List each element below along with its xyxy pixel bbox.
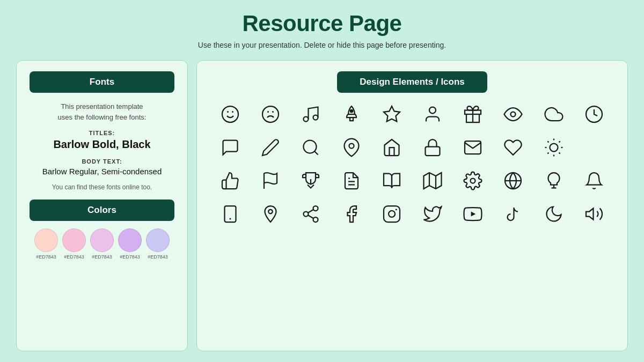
svg-point-44	[304, 212, 309, 217]
page-subtitle: Use these in your presentation. Delete o…	[198, 41, 446, 49]
chat-icon	[216, 134, 244, 161]
svg-point-45	[313, 217, 318, 222]
eye-icon	[499, 100, 527, 128]
map-icon	[419, 167, 447, 195]
smile-icon	[216, 100, 244, 128]
swatch-label-2: #ED7843	[64, 254, 84, 260]
colors-header: Colors	[30, 200, 174, 221]
music-icon	[297, 100, 325, 128]
swatch-3: #ED7843	[90, 228, 114, 260]
tiktok-icon	[499, 200, 527, 228]
sun-icon	[540, 134, 568, 161]
svg-point-10	[429, 107, 436, 114]
gift-icon	[459, 100, 487, 128]
megaphone-icon	[580, 200, 608, 228]
placeholder-icon-r2	[580, 134, 608, 161]
svg-line-47	[308, 210, 313, 213]
svg-point-19	[550, 144, 558, 152]
swatch-circle-1	[34, 228, 58, 252]
page-title: Resource Page	[243, 11, 402, 36]
title-font-label: TITLES:	[30, 130, 174, 136]
globe-icon	[499, 167, 527, 195]
swatch-2: #ED7843	[62, 228, 86, 260]
search-icon	[297, 134, 325, 161]
icons-row-4	[210, 200, 614, 228]
rocket-icon	[338, 100, 365, 128]
fonts-description: This presentation templateuses the follo…	[30, 101, 174, 122]
swatch-4: #ED7843	[118, 228, 142, 260]
flag-icon	[257, 167, 284, 195]
swatch-label-4: #ED7843	[120, 254, 140, 260]
thumbsup-icon	[216, 167, 244, 195]
icons-grid	[210, 100, 614, 340]
bell-icon	[580, 167, 608, 195]
icons-row-2	[210, 134, 614, 161]
svg-point-7	[313, 115, 318, 120]
title-font-name: Barlow Bold, Black	[30, 138, 174, 151]
clock-icon	[580, 100, 608, 128]
right-panel: Design Elements / Icons	[196, 60, 628, 351]
facebook-icon	[338, 200, 365, 228]
main-content: Fonts This presentation templateuses the…	[16, 60, 628, 351]
location-pin-icon	[257, 200, 284, 228]
bulb-icon	[540, 167, 568, 195]
design-elements-header: Design Elements / Icons	[337, 71, 487, 93]
heart-icon	[499, 134, 527, 161]
gear-icon	[459, 167, 487, 195]
svg-line-26	[547, 153, 548, 154]
swatch-circle-2	[62, 228, 86, 252]
svg-point-3	[262, 106, 279, 122]
cloud-icon	[540, 100, 568, 128]
svg-point-0	[222, 106, 238, 122]
book-icon	[378, 167, 406, 195]
fonts-note: You can find these fonts online too.	[30, 183, 174, 191]
svg-point-8	[350, 110, 353, 113]
moon-icon	[540, 200, 568, 228]
star-icon	[378, 100, 406, 128]
svg-point-35	[471, 179, 475, 183]
document-icon	[338, 167, 365, 195]
swatch-circle-3	[90, 228, 114, 252]
instagram-icon	[378, 200, 406, 228]
svg-point-13	[511, 112, 516, 117]
svg-point-43	[313, 206, 318, 211]
fonts-header: Fonts	[30, 71, 174, 93]
svg-line-22	[547, 141, 548, 142]
svg-line-27	[559, 141, 560, 142]
mail-icon	[459, 134, 487, 161]
svg-line-23	[559, 153, 560, 154]
body-font-name: Barlow Regular, Semi-condensed	[30, 167, 174, 176]
swatch-circle-5	[146, 228, 170, 252]
svg-marker-50	[471, 211, 476, 216]
svg-marker-32	[423, 173, 441, 189]
swatch-5: #ED7843	[146, 228, 170, 260]
color-swatches: #ED7843 #ED7843 #ED7843 #ED7843 #ED7843	[30, 228, 174, 260]
body-font-label: BODY TEXT:	[30, 158, 174, 165]
swatch-label-5: #ED7843	[148, 254, 168, 260]
left-panel: Fonts This presentation templateuses the…	[16, 60, 188, 351]
svg-point-17	[349, 144, 354, 149]
smartphone-icon	[216, 200, 244, 228]
svg-point-42	[268, 210, 273, 214]
icons-row-1	[210, 100, 614, 128]
swatch-label-3: #ED7843	[92, 254, 112, 260]
svg-line-46	[308, 215, 313, 218]
pin-icon	[338, 134, 365, 161]
svg-rect-48	[384, 206, 400, 222]
trophy-icon	[297, 167, 325, 195]
svg-rect-18	[425, 147, 440, 156]
lock-icon	[419, 134, 447, 161]
svg-marker-9	[384, 106, 400, 122]
twitter-icon	[419, 200, 447, 228]
svg-line-16	[314, 151, 318, 155]
pencil-icon	[257, 134, 284, 161]
user-icon	[419, 100, 447, 128]
share-icon	[297, 200, 325, 228]
svg-marker-51	[586, 209, 594, 220]
home-icon	[378, 134, 406, 161]
svg-point-15	[304, 141, 317, 153]
youtube-icon	[459, 200, 487, 228]
frown-icon	[257, 100, 284, 128]
swatch-label-1: #ED7843	[36, 254, 56, 260]
icons-row-3	[210, 167, 614, 195]
